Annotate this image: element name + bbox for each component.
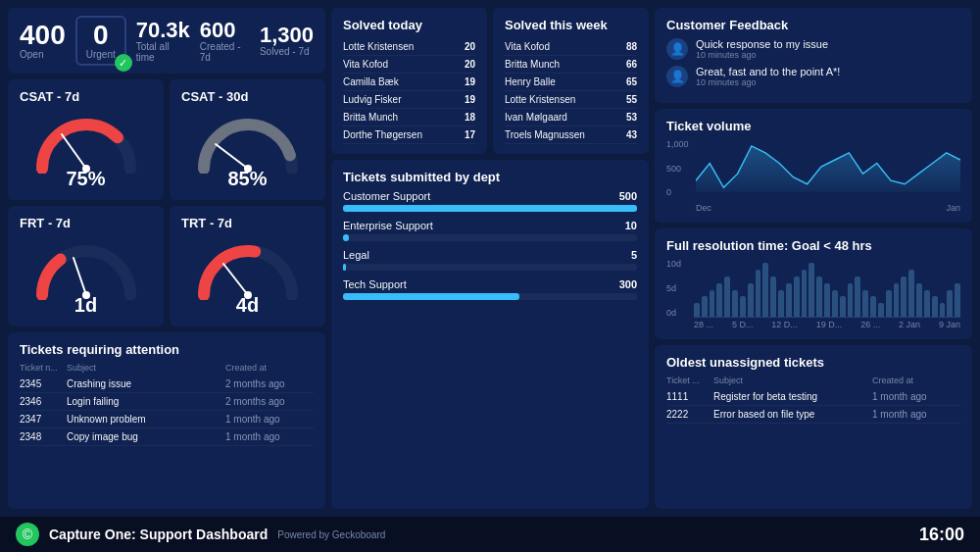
dept-list: Customer Support 500 Enterprise Support … xyxy=(343,190,637,300)
tickets-open: 400 Open xyxy=(20,22,66,60)
feedback-text: Quick response to my issue xyxy=(696,38,828,50)
table-row: 2348Copy image bug1 month ago xyxy=(20,428,314,446)
res-bar xyxy=(878,303,884,317)
footer-logo-icon: © xyxy=(16,523,39,546)
feedback-time: 10 minutes ago xyxy=(696,77,840,87)
dept-row: Legal 5 xyxy=(343,249,637,271)
csat-7d-title: CSAT - 7d xyxy=(20,89,152,104)
footer-app-name: Capture One: Support Dashboard xyxy=(49,527,268,542)
volume-title: Ticket volume xyxy=(666,119,960,133)
solved-week-list: Vita Kofod88Britta Munch66Henry Balle65L… xyxy=(505,38,637,144)
resolution-x-labels: 28 ... 5 D... 12 D... 19 D... 26 ... 2 J… xyxy=(694,320,960,329)
feedback-time: 10 minutes ago xyxy=(696,50,828,60)
oldest-title: Oldest unassigned tickets xyxy=(666,355,960,370)
dept-row: Enterprise Support 10 xyxy=(343,220,637,241)
trt-card: TRT - 7d 0s 7s 4d xyxy=(170,206,325,326)
tickets-solved: 1,300 Solved - 7d xyxy=(260,25,314,57)
table-row: 1111Register for beta testing1 month ago xyxy=(666,388,960,406)
resolution-card: Full resolution time: Goal < 48 hrs 10d … xyxy=(655,228,972,339)
oldest-header: Ticket ... Subject Created at xyxy=(666,376,960,385)
list-item: Britta Munch18 xyxy=(343,109,475,126)
res-bar xyxy=(732,290,738,318)
res-bar xyxy=(770,276,776,317)
res-bar xyxy=(901,276,906,317)
res-bar xyxy=(908,270,914,317)
list-item: Henry Balle65 xyxy=(505,74,637,91)
csat-7d-gauge: 50% 100% 75% xyxy=(20,110,152,190)
table-row: 2347Unknown problem1 month ago xyxy=(20,411,314,428)
frt-value: 1d xyxy=(74,294,97,317)
feedback-item: 👤 Quick response to my issue 10 minutes … xyxy=(666,38,960,60)
trt-title: TRT - 7d xyxy=(181,216,314,230)
res-bar xyxy=(778,290,784,318)
res-bar xyxy=(786,283,792,317)
res-bar xyxy=(832,290,838,318)
res-bar xyxy=(894,283,900,317)
res-bar xyxy=(802,270,808,317)
res-bar xyxy=(808,263,814,317)
res-bar xyxy=(848,283,854,317)
tickets-urgent: 0 Urgent ✓ xyxy=(75,16,126,66)
feedback-card: Customer Feedback 👤 Quick response to my… xyxy=(655,8,972,103)
tickets-header: 400 Open 0 Urgent ✓ 70.3k Total all time… xyxy=(8,8,325,74)
footer: © Capture One: Support Dashboard Powered… xyxy=(0,517,980,552)
csat-30d-svg: 50% 100% xyxy=(194,110,302,174)
dept-row: Tech Support 300 xyxy=(343,278,637,300)
volume-x-labels: Dec Jan xyxy=(696,203,960,213)
col2: Solved today Lotte Kristensen20Vita Kofo… xyxy=(331,8,649,509)
res-bar xyxy=(924,290,930,318)
tickets-created: 600 Created - 7d xyxy=(200,20,250,63)
res-bar xyxy=(716,283,722,317)
list-item: Vita Kofod20 xyxy=(343,56,475,74)
resolution-bars xyxy=(694,259,960,318)
list-item: Dorthe Thøgersen17 xyxy=(343,126,475,144)
res-bar xyxy=(816,276,822,317)
frt-card: FRT - 7d 0s 3s 1d xyxy=(8,206,164,326)
volume-chart-wrap: 1,000 500 0 Dec Jan xyxy=(666,139,960,213)
list-item: Vita Kofod88 xyxy=(505,38,637,56)
feedback-avatar-icon: 👤 xyxy=(666,38,688,60)
footer-powered-by: Powered by Geckoboard xyxy=(277,529,385,540)
res-bar xyxy=(756,270,761,317)
list-item: Britta Munch66 xyxy=(505,56,637,74)
res-bar xyxy=(870,296,876,317)
feedback-item: 👤 Great, fast and to the point A*! 10 mi… xyxy=(666,66,960,87)
list-item: Lotte Kristensen55 xyxy=(505,91,637,109)
csat-7d-svg: 50% 100% xyxy=(32,110,140,174)
check-icon: ✓ xyxy=(115,54,132,72)
list-item: Camilla Bæk19 xyxy=(343,74,475,91)
table-row: 2345Crashing issue2 months ago xyxy=(20,376,314,393)
attention-card: Tickets requiring attention Ticket n... … xyxy=(8,332,325,509)
res-bar xyxy=(955,283,960,317)
attention-header: Ticket n... Subject Created at xyxy=(20,363,314,373)
csat-30d-gauge: 50% 100% 85% xyxy=(181,110,314,190)
volume-card: Ticket volume 1,000 500 0 xyxy=(655,109,972,223)
res-bar xyxy=(916,283,922,317)
list-item: Ludvig Fisker19 xyxy=(343,91,475,109)
list-item: Ivan Mølgaard53 xyxy=(505,109,637,126)
solved-today-list: Lotte Kristensen20Vita Kofod20Camilla Bæ… xyxy=(343,38,475,144)
volume-y-labels: 1,000 500 0 xyxy=(666,139,689,197)
csat-7d-value: 75% xyxy=(66,168,105,190)
solved-week-card: Solved this week Vita Kofod88Britta Munc… xyxy=(493,8,649,154)
res-bar xyxy=(855,276,860,317)
svg-line-8 xyxy=(74,258,86,295)
feedback-list: 👤 Quick response to my issue 10 minutes … xyxy=(666,38,960,87)
res-bar xyxy=(710,290,715,318)
resolution-y-labels: 10d 5d 0d xyxy=(666,259,681,318)
frt-svg: 0s 3s xyxy=(32,236,140,300)
trt-svg: 0s 7s xyxy=(194,236,302,300)
res-bar xyxy=(794,276,800,317)
table-row: 2222Error based on file type1 month ago xyxy=(666,406,960,424)
solved-today-title: Solved today xyxy=(343,18,475,32)
csat-30d-title: CSAT - 30d xyxy=(181,89,314,104)
res-bar xyxy=(824,283,830,317)
table-row: 2346Login failing2 months ago xyxy=(20,393,314,411)
tickets-total: 70.3k Total all time xyxy=(136,20,190,63)
res-bar xyxy=(748,283,754,317)
feedback-avatar-icon: 👤 xyxy=(666,66,688,87)
feedback-text: Great, fast and to the point A*! xyxy=(696,66,840,77)
res-bar xyxy=(762,263,768,317)
res-bar xyxy=(886,290,892,318)
dept-title: Tickets submitted by dept xyxy=(343,170,637,184)
